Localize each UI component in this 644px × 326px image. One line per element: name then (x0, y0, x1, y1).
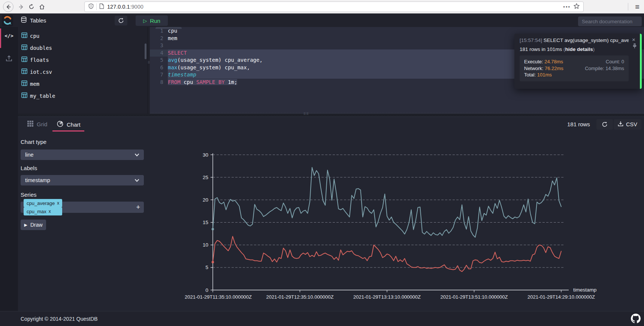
table-list-item[interactable]: iot.csv (18, 66, 148, 78)
line-number: 6 (150, 64, 163, 72)
pie-chart-icon (57, 121, 63, 128)
download-icon (618, 121, 623, 128)
close-icon[interactable]: × (632, 37, 635, 42)
browser-reload-icon[interactable] (26, 1, 37, 12)
run-button[interactable]: ▷ Run (136, 15, 168, 26)
remove-chip-icon[interactable]: x (57, 200, 59, 206)
vertical-splitter-handle[interactable]: ⠿ (148, 61, 153, 64)
tables-refresh-button[interactable] (115, 16, 127, 25)
sidebar-scrollbar[interactable] (145, 43, 146, 59)
line-chart: 0510152025302021-01-29T11:35:10.000000Z2… (150, 133, 644, 304)
tables-sidebar: cpudoublesfloatsiot.csvmemmy_table (18, 27, 148, 114)
import-upload-icon[interactable] (5, 55, 13, 64)
horizontal-splitter[interactable]: ⠿⠿ (18, 114, 644, 117)
labels-label: Labels (21, 165, 37, 171)
line-number: 8 (150, 79, 163, 86)
line-number: 4 (150, 49, 163, 57)
x-axis-tick-label: 2021-01-29T14:29:10.000000Z (527, 294, 595, 300)
console-code-icon[interactable]: </> (0, 33, 18, 39)
series-chip[interactable]: cpu_averagex (24, 199, 62, 207)
add-series-icon[interactable]: + (136, 203, 140, 211)
y-axis-tick-label: 15 (203, 220, 208, 225)
series-input[interactable]: cpu_averagexcpu_maxx + (21, 202, 144, 213)
play-icon: ▶ (24, 223, 27, 227)
grid-icon (27, 121, 33, 128)
footer: Copyright © 2014-2021 QuestDB (0, 311, 644, 326)
x-axis-tick-label: 2021-01-29T13:13:10.000000Z (353, 294, 421, 300)
table-list-item[interactable]: cpu (18, 30, 148, 42)
tab-chart[interactable]: Chart (57, 121, 81, 128)
series-chip[interactable]: cpu_maxx (24, 207, 62, 215)
database-icon (21, 16, 27, 24)
rows-count-label: 181 rows (567, 121, 590, 127)
left-icon-rail (0, 27, 18, 311)
table-icon (21, 92, 27, 100)
browser-toolbar: 127.0.0.1:9000 ••• ≡ (0, 0, 644, 13)
series-label: Series (21, 191, 37, 198)
notification-rows-summary: 181 rows in 101ms (hide details) (520, 46, 629, 52)
notification-details-box: Execute: 24.78ms Network: 76.22ms Total:… (520, 55, 629, 81)
table-list-item[interactable]: my_table (18, 90, 148, 102)
chevron-down-icon (134, 152, 139, 158)
x-axis-tick-label: 2021-01-29T11:35:10.000000Z (185, 294, 252, 300)
y-axis-tick-label: 20 (203, 197, 208, 203)
questdb-logo[interactable] (2, 15, 13, 26)
csv-download-button[interactable]: CSV (614, 119, 641, 130)
table-icon (21, 80, 27, 88)
urlbar-divider (96, 3, 97, 10)
line-number: 3 (150, 42, 163, 49)
shield-icon[interactable] (88, 3, 94, 10)
x-axis-tick-label: 2021-01-29T12:35:10.000000Z (266, 294, 334, 300)
line-number: 2 (150, 35, 163, 42)
browser-back-icon[interactable] (3, 1, 13, 12)
chart-type-select[interactable]: line (21, 150, 144, 160)
browser-url-bar[interactable]: 127.0.0.1:9000 ••• (84, 1, 584, 12)
results-panel: Grid Chart 181 rows CSV Chart type line … (18, 117, 644, 311)
table-icon (21, 68, 27, 76)
y-axis-tick-label: 0 (205, 287, 208, 293)
chart-type-label: Chart type (21, 139, 46, 145)
horizontal-splitter-handle[interactable]: ⠿⠿ (303, 113, 309, 115)
series-line-cpu_average (213, 236, 561, 272)
series-line-cpu_max (213, 167, 561, 238)
table-list-item[interactable]: mem (18, 78, 148, 90)
notification-query-text: [15:57:54] SELECT avg(usage_system) cpu_… (520, 37, 629, 43)
hide-details-link[interactable]: hide details (565, 46, 593, 52)
hamburger-menu-icon[interactable]: ≡ (632, 2, 642, 12)
tab-grid[interactable]: Grid (27, 121, 47, 128)
page-actions-icon[interactable]: ••• (563, 4, 571, 10)
remove-chip-icon[interactable]: x (49, 209, 51, 214)
results-refresh-button[interactable] (596, 119, 613, 130)
labels-select[interactable]: timestamp (21, 175, 144, 185)
toolbar-divider (628, 3, 628, 10)
query-notification-popup: [15:57:54] SELECT avg(usage_system) cpu_… (514, 34, 642, 89)
search-documentation-input[interactable] (578, 16, 642, 26)
table-list-item[interactable]: doubles (18, 42, 148, 54)
draw-button[interactable]: ▶ Draw (21, 220, 46, 230)
y-axis-tick-label: 5 (205, 265, 208, 270)
github-icon[interactable] (631, 314, 641, 325)
table-icon (21, 44, 27, 52)
tables-panel-title: Tables (21, 16, 46, 24)
y-axis-tick-label: 10 (203, 242, 208, 248)
y-axis-tick-label: 30 (203, 152, 208, 158)
pin-icon[interactable] (632, 43, 637, 50)
copyright-text: Copyright © 2014-2021 QuestDB (21, 316, 98, 322)
browser-forward-icon[interactable] (16, 1, 26, 12)
page-info-icon[interactable] (99, 3, 104, 10)
table-icon (21, 56, 27, 64)
bookmark-star-icon[interactable] (574, 3, 580, 10)
play-icon: ▷ (143, 18, 147, 24)
line-number: 1 (150, 27, 163, 35)
url-text[interactable]: 127.0.0.1:9000 (107, 4, 143, 10)
table-list-item[interactable]: floats (18, 54, 148, 66)
table-icon (21, 32, 27, 40)
y-axis-tick-label: 25 (203, 175, 208, 180)
x-axis-tick-label: 2021-01-29T13:51:10.000000Z (441, 294, 508, 300)
active-tab-underline (52, 130, 84, 132)
browser-home-icon[interactable] (37, 1, 47, 12)
line-number: 7 (150, 71, 163, 79)
app-header (0, 13, 644, 27)
chevron-down-icon (134, 177, 139, 183)
x-axis-title: timestamp (573, 287, 596, 293)
